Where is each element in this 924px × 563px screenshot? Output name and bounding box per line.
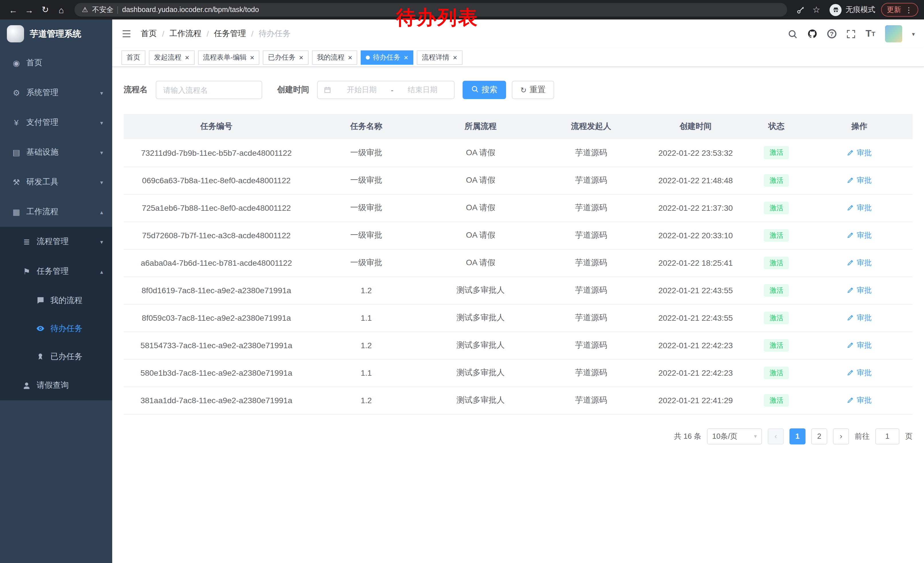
chevron-down-icon: ▾ (100, 239, 103, 245)
next-page-button[interactable]: › (833, 428, 849, 444)
browser-home-icon[interactable]: ⌂ (54, 2, 69, 17)
status-badge: 激活 (764, 146, 789, 159)
sidebar-item-devtools[interactable]: ⚒研发工具▾ (0, 167, 112, 197)
approve-action[interactable]: 审批 (847, 203, 872, 213)
sidebar-item-infra[interactable]: ▤基础设施▾ (0, 137, 112, 167)
approve-action[interactable]: 审批 (847, 313, 872, 323)
sidebar-item-label: 我的流程 (50, 295, 82, 306)
tab-process-detail[interactable]: 流程详情× (417, 50, 462, 65)
cell-process: OA 请假 (423, 139, 538, 167)
edit-icon (847, 287, 855, 294)
font-size-icon[interactable]: TT (866, 28, 875, 39)
approve-action[interactable]: 审批 (847, 147, 872, 158)
edit-icon (847, 204, 855, 212)
github-icon[interactable] (807, 29, 818, 39)
breadcrumb-item[interactable]: 工作流程 (170, 29, 201, 39)
tab-label: 发起流程 (154, 53, 182, 62)
sidebar-item-process-mgmt[interactable]: ≣流程管理▾ (0, 227, 112, 257)
approve-action[interactable]: 审批 (847, 175, 872, 186)
cell-status: 激活 (747, 139, 806, 167)
sidebar-item-payment[interactable]: ¥支付管理▾ (0, 108, 112, 137)
sidebar-item-workflow[interactable]: ▦工作流程▴ (0, 197, 112, 227)
browser-forward-icon[interactable]: → (22, 2, 37, 17)
cell-status: 激活 (747, 332, 806, 359)
search-button[interactable]: 搜索 (463, 81, 506, 99)
approve-action[interactable]: 审批 (847, 285, 872, 296)
tab-close-icon[interactable]: × (185, 54, 189, 61)
fullscreen-icon[interactable] (846, 29, 856, 39)
tab-my-process[interactable]: 我的流程× (312, 50, 357, 65)
cell-process: OA 请假 (423, 167, 538, 194)
cell-process: 测试多审批人 (423, 304, 538, 332)
breadcrumb-separator: / (207, 29, 209, 38)
sidebar-item-leave-query[interactable]: 请假查询 (0, 371, 112, 400)
cell-created: 2022-01-21 22:42:23 (644, 359, 747, 387)
cell-created: 2022-01-22 21:48:48 (644, 167, 747, 194)
sidebar-item-todo-task[interactable]: 待办任务 (0, 314, 112, 342)
sidebar-item-my-process[interactable]: 我的流程 (0, 286, 112, 314)
cell-created: 2022-01-21 22:41:29 (644, 387, 747, 414)
edit-icon (847, 259, 855, 267)
sidebar-item-label: 支付管理 (26, 117, 58, 128)
breadcrumb-item[interactable]: 任务管理 (214, 29, 246, 39)
tab-form-edit[interactable]: 流程表单-编辑× (198, 50, 260, 65)
approve-action[interactable]: 审批 (847, 230, 872, 240)
approve-action[interactable]: 审批 (847, 340, 872, 350)
search-icon[interactable] (788, 29, 798, 39)
help-icon[interactable]: ? (827, 29, 836, 38)
breadcrumb-item: 待办任务 (258, 29, 291, 39)
approve-action[interactable]: 审批 (847, 258, 872, 268)
sidebar-item-system[interactable]: ⚙系统管理▾ (0, 78, 112, 108)
cell-name: 1.1 (309, 359, 424, 387)
date-range-separator: - (388, 86, 397, 94)
task-table: 任务编号任务名称所属流程流程发起人创建时间状态操作 73211d9d-7b9b-… (124, 114, 912, 414)
sidebar-toggle-icon[interactable] (122, 29, 132, 39)
page-button-1[interactable]: 1 (789, 428, 806, 444)
page-button-2[interactable]: 2 (811, 428, 827, 444)
tab-close-icon[interactable]: × (299, 54, 303, 61)
approve-action[interactable]: 审批 (847, 368, 872, 378)
tab-close-icon[interactable]: × (453, 54, 457, 61)
workflow-icon: ▦ (12, 207, 21, 216)
tab-label: 流程表单-编辑 (203, 53, 246, 62)
bookmark-star-icon[interactable]: ☆ (809, 2, 824, 17)
user-menu-caret-icon[interactable]: ▾ (912, 31, 915, 37)
page-size-select[interactable]: 10条/页 ▾ (707, 428, 762, 444)
end-date-placeholder: 结束日期 (397, 85, 448, 95)
cell-created: 2022-01-22 21:37:30 (644, 194, 747, 222)
reset-button[interactable]: ↻ 重置 (512, 81, 554, 99)
table-row: a6aba0a4-7b6d-11ec-b781-acde48001122一级审批… (124, 249, 912, 277)
tab-close-icon[interactable]: × (250, 54, 254, 61)
cell-initiator: 芋道源码 (538, 277, 644, 304)
sidebar-item-home[interactable]: ◉首页 (0, 48, 112, 78)
cell-process: 测试多审批人 (423, 387, 538, 414)
table-header-row: 任务编号任务名称所属流程流程发起人创建时间状态操作 (124, 114, 912, 139)
tab-label: 首页 (126, 53, 140, 62)
tab-home[interactable]: 首页 (122, 50, 146, 65)
cell-process: OA 请假 (423, 194, 538, 222)
approve-action-label: 审批 (857, 175, 872, 186)
process-name-input[interactable] (156, 81, 262, 99)
user-avatar[interactable] (885, 25, 902, 42)
update-button[interactable]: 更新 ⋮ (881, 3, 918, 17)
tab-bar: 首页发起流程×流程表单-编辑×已办任务×我的流程×待办任务×流程详情× (112, 48, 924, 67)
tab-todo-task[interactable]: 待办任务× (361, 50, 413, 65)
status-badge: 激活 (764, 229, 789, 242)
table-row: 725a1eb6-7b88-11ec-8ef0-acde48001122一级审批… (124, 194, 912, 222)
tab-close-icon[interactable]: × (348, 54, 352, 61)
tab-start-process[interactable]: 发起流程× (149, 50, 194, 65)
browser-reload-icon[interactable]: ↻ (38, 2, 52, 17)
approve-action[interactable]: 审批 (847, 395, 872, 405)
sidebar-item-task-mgmt[interactable]: ⚑任务管理▴ (0, 257, 112, 286)
browser-menu-icon[interactable]: ⋮ (905, 6, 912, 14)
tab-close-icon[interactable]: × (404, 54, 408, 61)
goto-page-input[interactable] (875, 428, 899, 444)
sidebar-item-done-task[interactable]: 已办任务 (0, 342, 112, 371)
browser-back-icon[interactable]: ← (6, 2, 21, 17)
breadcrumb-item[interactable]: 首页 (141, 29, 157, 39)
prev-page-button[interactable]: ‹ (768, 428, 784, 444)
tab-done-task[interactable]: 已办任务× (263, 50, 308, 65)
key-icon[interactable] (793, 2, 808, 17)
date-range-picker[interactable]: 开始日期 - 结束日期 (317, 81, 454, 99)
search-button-icon (471, 86, 478, 95)
